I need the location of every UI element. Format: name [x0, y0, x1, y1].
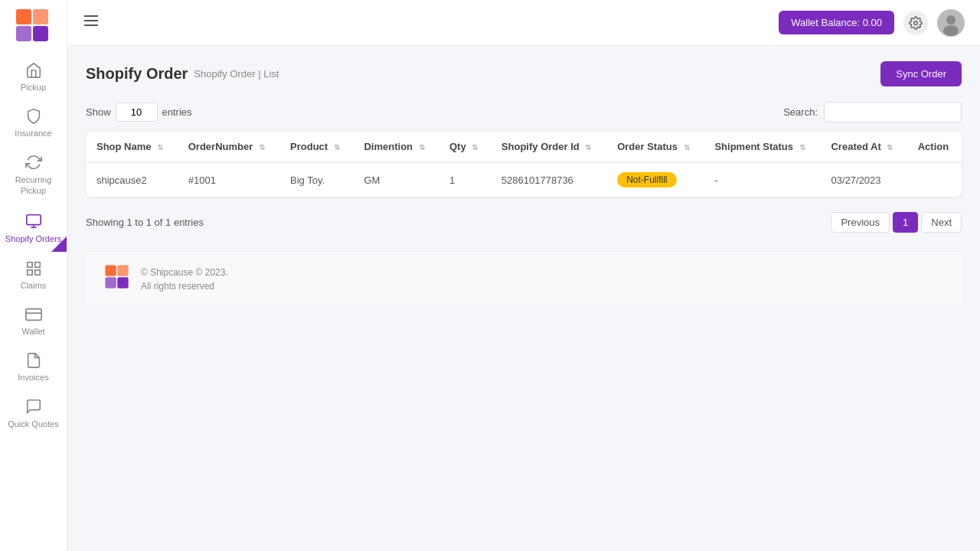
cell-shipment-status: - [704, 162, 820, 197]
claims-icon [24, 259, 43, 278]
recurring-pickup-icon [24, 153, 43, 171]
entries-label: entries [162, 106, 192, 118]
breadcrumb-current: List [263, 68, 279, 80]
cell-shop-name: shipcause2 [86, 162, 178, 197]
sort-icon-order-status: ⇅ [684, 143, 690, 152]
col-shipment-status[interactable]: Shipment Status ⇅ [704, 132, 820, 162]
sidebar: Pickup Insurance Recurring Pickup [0, 0, 67, 551]
page-title-area: Shopify Order Shopify Order | List [86, 65, 279, 83]
app-logo[interactable] [15, 8, 53, 46]
search-area: Search: [783, 102, 962, 122]
sync-order-button[interactable]: Sync Order [880, 61, 962, 86]
svg-rect-8 [34, 262, 39, 267]
sort-icon-qty: ⇅ [472, 143, 478, 152]
orders-table-wrapper: Shop Name ⇅ OrderNumber ⇅ Product ⇅ Dime… [86, 132, 962, 197]
sidebar-item-recurring-pickup-label: Recurring Pickup [4, 174, 63, 197]
search-label: Search: [783, 106, 818, 118]
page-1-button[interactable]: 1 [893, 212, 918, 233]
svg-rect-10 [27, 270, 31, 275]
footer-rights: All rights reserved [141, 279, 228, 293]
col-shop-name[interactable]: Shop Name ⇅ [86, 132, 178, 162]
svg-rect-11 [25, 309, 41, 321]
footer: © Shipcause © 2023. All rights reserved [86, 251, 962, 306]
topnav: Wallet Balance: 0.00 [67, 0, 980, 46]
svg-rect-1 [33, 9, 48, 24]
sidebar-item-pickup-label: Pickup [21, 83, 46, 92]
cell-order-number: #1001 [178, 162, 279, 197]
sort-icon-shipment-status: ⇅ [799, 143, 805, 152]
wallet-icon [24, 305, 43, 324]
table-footer: Showing 1 to 1 of 1 entries Previous 1 N… [86, 209, 962, 236]
col-created-at[interactable]: Created At ⇅ [820, 132, 906, 162]
cell-qty: 1 [439, 162, 491, 197]
breadcrumb: Shopify Order | List [194, 68, 279, 80]
pagination: Previous 1 Next [831, 212, 962, 233]
insurance-icon [24, 107, 43, 126]
svg-rect-3 [33, 26, 48, 41]
col-shopify-order-id[interactable]: Shopify Order Id ⇅ [491, 132, 606, 162]
previous-button[interactable]: Previous [831, 212, 890, 233]
sidebar-item-recurring-pickup[interactable]: Recurring Pickup [0, 145, 67, 204]
svg-rect-7 [27, 262, 31, 267]
table-controls: Show entries Search: [86, 102, 962, 122]
search-input[interactable] [824, 102, 962, 122]
sidebar-item-shopify-orders[interactable]: Shopify Orders [0, 204, 67, 252]
user-avatar[interactable] [937, 9, 965, 37]
sort-icon-shopify-order-id: ⇅ [585, 143, 591, 152]
quick-quotes-icon [24, 397, 43, 416]
col-dimention[interactable]: Dimention ⇅ [353, 132, 438, 162]
breadcrumb-parent: Shopify Order [194, 68, 255, 80]
showing-text: Showing 1 to 1 of 1 entries [86, 217, 204, 228]
invoices-icon [24, 351, 43, 370]
wallet-balance-button[interactable]: Wallet Balance: 0.00 [779, 11, 894, 34]
footer-text: © Shipcause © 2023. All rights reserved [141, 266, 228, 293]
sort-icon-shop-name: ⇅ [157, 143, 163, 152]
settings-icon[interactable] [903, 11, 928, 35]
col-order-status[interactable]: Order Status ⇅ [606, 132, 704, 162]
svg-point-16 [914, 21, 918, 24]
col-action: Action [907, 132, 962, 162]
sidebar-item-wallet-label: Wallet [21, 327, 44, 336]
cell-action [907, 162, 962, 197]
pickup-icon [24, 61, 43, 80]
entries-input[interactable] [116, 103, 158, 122]
col-order-number[interactable]: OrderNumber ⇅ [178, 132, 279, 162]
cell-dimention: GM [353, 162, 438, 197]
svg-rect-9 [34, 270, 39, 275]
cell-order-status: Not-Fullfill [606, 162, 704, 197]
page-title: Shopify Order [86, 65, 188, 83]
col-product[interactable]: Product ⇅ [279, 132, 353, 162]
sidebar-item-invoices-label: Invoices [18, 373, 48, 382]
svg-rect-4 [26, 214, 40, 224]
sidebar-item-quick-quotes[interactable]: Quick Quotes [0, 390, 67, 437]
cell-product: Big Toy. [279, 162, 353, 197]
order-status-badge: Not-Fullfill [617, 172, 676, 187]
svg-rect-20 [105, 265, 116, 276]
sidebar-item-pickup[interactable]: Pickup [0, 54, 67, 99]
hamburger-menu[interactable] [83, 12, 100, 33]
sidebar-item-claims[interactable]: Claims [0, 252, 67, 298]
page-header: Shopify Order Shopify Order | List Sync … [86, 61, 962, 86]
show-label: Show [86, 106, 111, 118]
svg-rect-21 [117, 265, 128, 276]
sort-icon-created-at: ⇅ [887, 143, 893, 152]
svg-rect-2 [16, 26, 31, 41]
svg-point-18 [946, 15, 956, 24]
sidebar-item-quick-quotes-label: Quick Quotes [8, 419, 59, 429]
main-content: Shopify Order Shopify Order | List Sync … [67, 46, 980, 551]
sidebar-item-shopify-orders-label: Shopify Orders [5, 233, 61, 244]
table-row: shipcause2 #1001 Big Toy. GM 1 528610177… [86, 162, 962, 197]
table-header-row: Shop Name ⇅ OrderNumber ⇅ Product ⇅ Dime… [86, 132, 962, 162]
sidebar-item-wallet[interactable]: Wallet [0, 298, 67, 344]
svg-rect-23 [117, 277, 128, 288]
sidebar-item-insurance[interactable]: Insurance [0, 99, 67, 145]
col-qty[interactable]: Qty ⇅ [439, 132, 491, 162]
sort-icon-order-number: ⇅ [259, 143, 265, 152]
cell-created-at: 03/27/2023 [820, 162, 906, 197]
sidebar-item-invoices[interactable]: Invoices [0, 344, 67, 390]
next-button[interactable]: Next [921, 212, 962, 233]
svg-rect-0 [16, 9, 31, 24]
show-entries: Show entries [86, 103, 192, 122]
sidebar-item-insurance-label: Insurance [15, 129, 51, 138]
footer-logo [104, 264, 132, 294]
